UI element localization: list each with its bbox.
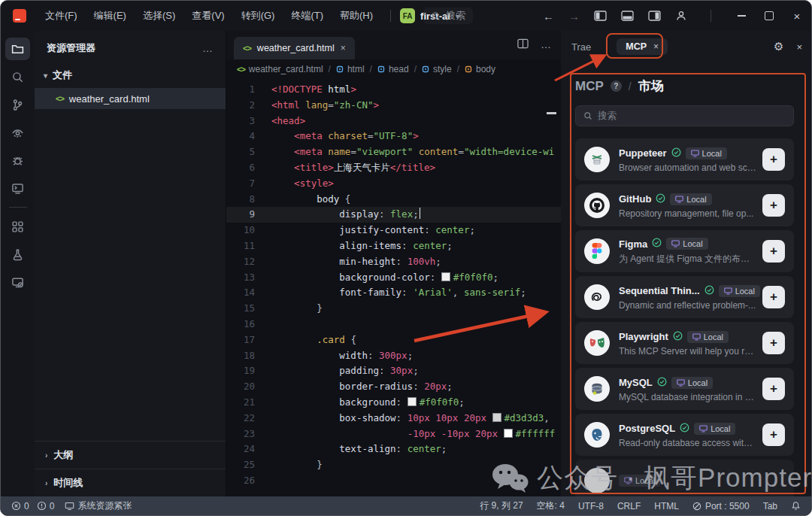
close-tab-icon[interactable]: × — [341, 43, 346, 53]
code-line-5[interactable]: 5 <meta name="viewport" content="width=d… — [226, 144, 561, 160]
code-line-26[interactable]: 26 — [226, 473, 561, 489]
code-editor[interactable]: 1<!DOCTYPE html>2<html lang="zh-CN">3<he… — [226, 82, 561, 496]
source-control-icon[interactable] — [5, 93, 30, 116]
menu-item-5[interactable]: 终端(T) — [283, 6, 332, 26]
menu-item-1[interactable]: 编辑(E) — [86, 6, 135, 26]
status-segment-2[interactable]: UTF-8 — [578, 501, 604, 511]
code-line-16[interactable]: 16 — [226, 317, 561, 332]
code-line-24[interactable]: 24 text-align: center; — [226, 442, 561, 457]
line-text: width: 300px; — [271, 348, 413, 364]
terminal-icon[interactable] — [5, 177, 30, 199]
mcp-item-info: MySQLLocalMySQL database integration in … — [619, 376, 756, 402]
explorer-icon[interactable] — [5, 38, 30, 60]
code-line-21[interactable]: 21 background: #f0f0f0; — [226, 395, 561, 411]
add-mcp-server-button[interactable]: + — [762, 286, 785, 308]
code-line-3[interactable]: 3<head> — [226, 114, 561, 129]
status-segment-4[interactable]: HTML — [654, 501, 679, 511]
warning-count: 0 — [50, 501, 55, 511]
code-line-4[interactable]: 4 <meta charset="UTF-8"> — [226, 129, 561, 144]
add-mcp-server-button[interactable]: + — [762, 378, 785, 400]
files-section-header[interactable]: ▾ 文件 — [35, 62, 226, 88]
global-search-input[interactable]: 搜索 — [423, 8, 473, 24]
code-line-19[interactable]: 19 padding: 30px; — [226, 363, 561, 379]
line-number: 24 — [226, 442, 271, 457]
code-line-18[interactable]: 18 width: 300px; — [226, 348, 561, 364]
close-window-button[interactable]: × — [790, 9, 804, 23]
code-line-9[interactable]: 9 display: flex; — [226, 207, 561, 223]
menu-item-4[interactable]: 转到(G) — [233, 6, 283, 26]
toggle-bottom-panel-icon[interactable] — [621, 11, 634, 21]
breadcrumb-item-body[interactable]: body — [465, 64, 495, 74]
status-segment-0[interactable]: 行 9, 列 27 — [480, 499, 523, 512]
test-flask-icon[interactable] — [5, 243, 30, 266]
add-mcp-server-button[interactable]: + — [762, 423, 785, 446]
maximize-button[interactable] — [762, 9, 776, 23]
tab-trae[interactable]: Trae — [571, 41, 591, 53]
extensions-icon[interactable] — [5, 215, 30, 238]
code-line-10[interactable]: 10 justify-content: center; — [226, 223, 561, 238]
minimize-button[interactable] — [735, 9, 748, 23]
code-line-23[interactable]: 23 -10px -10px 20px #ffffff — [226, 426, 561, 442]
mcp-search-input[interactable]: 搜索 — [575, 105, 794, 126]
code-line-25[interactable]: 25 } — [226, 457, 561, 473]
status-segment-3[interactable]: CRLF — [617, 501, 641, 511]
problems-indicator[interactable]: 0 0 — [11, 501, 54, 511]
code-line-12[interactable]: 12 min-height: 100vh; — [226, 254, 561, 270]
back-button[interactable]: ← — [543, 11, 554, 22]
remote-devices-icon[interactable] — [5, 271, 30, 293]
menu-item-2[interactable]: 选择(S) — [135, 6, 183, 26]
help-icon[interactable]: ? — [611, 80, 622, 92]
breadcrumb-item-head[interactable]: head — [377, 64, 409, 74]
add-mcp-server-button[interactable]: + — [762, 148, 785, 171]
search-icon[interactable] — [5, 65, 30, 88]
mcp-item-title-row: PostgreSQLLocal — [619, 422, 756, 436]
code-line-20[interactable]: 20 border-radius: 20px; — [226, 379, 561, 395]
outline-section-header[interactable]: › 大纲 — [35, 441, 226, 469]
code-line-7[interactable]: 7 <style> — [226, 176, 561, 192]
split-editor-icon[interactable] — [517, 38, 529, 49]
code-line-14[interactable]: 14 font-family: 'Arial', sans-serif; — [226, 285, 561, 301]
status-segment-5[interactable]: Port : 5500 — [692, 501, 750, 511]
timeline-section-header[interactable]: › 时间线 — [35, 469, 226, 496]
menu-item-3[interactable]: 查看(V) — [183, 6, 232, 26]
toggle-right-panel-icon[interactable] — [648, 11, 661, 21]
more-actions-icon[interactable]: … — [541, 38, 552, 50]
breadcrumb-item-html[interactable]: html — [336, 64, 365, 74]
forward-button[interactable]: → — [568, 11, 580, 22]
code-line-6[interactable]: 6 <title>上海天气卡片</title> — [226, 160, 561, 176]
breadcrumb-item-style[interactable]: style — [422, 64, 452, 74]
code-line-8[interactable]: 8 body { — [226, 192, 561, 208]
status-bar: 0 0 系统资源紧张 行 9, 列 27空格: 4UTF-8CRLFHTMLPo… — [1, 496, 811, 515]
code-line-13[interactable]: 13 background-color: #f0f0f0; — [226, 270, 561, 286]
gear-icon[interactable]: ⚙ — [774, 40, 783, 53]
add-mcp-server-button[interactable]: + — [762, 240, 785, 263]
status-segment-1[interactable]: 空格: 4 — [537, 499, 565, 512]
code-line-22[interactable]: 22 box-shadow: 10px 10px 20px #d3d3d3, — [226, 411, 561, 426]
breadcrumb-file[interactable]: <>weather_card.html — [237, 64, 323, 74]
menu-item-6[interactable]: 帮助(H) — [332, 6, 381, 26]
debug-bug-icon[interactable] — [5, 149, 30, 171]
file-item-weather-card[interactable]: <> weather_card.html — [35, 88, 226, 109]
system-resource-status[interactable]: 系统资源紧张 — [65, 499, 132, 512]
code-line-2[interactable]: 2<html lang="zh-CN"> — [226, 98, 561, 114]
code-line-17[interactable]: 17 .card { — [226, 332, 561, 348]
add-mcp-server-button[interactable]: + — [762, 194, 785, 217]
code-line-15[interactable]: 15 } — [226, 301, 561, 317]
tab-mcp[interactable]: MCP × — [617, 38, 668, 55]
close-panel-icon[interactable]: × — [796, 41, 802, 53]
close-tab-icon[interactable]: × — [653, 41, 659, 52]
preview-eye-icon[interactable] — [5, 121, 30, 144]
menu-item-0[interactable]: 文件(F) — [37, 6, 86, 26]
status-segment-6[interactable]: Tab — [763, 501, 777, 511]
verified-check-icon — [673, 331, 683, 341]
account-icon[interactable] — [675, 10, 687, 22]
toggle-left-panel-icon[interactable] — [594, 11, 607, 21]
more-actions-icon[interactable]: … — [202, 42, 214, 54]
code-line-11[interactable]: 11 align-items: center; — [226, 238, 561, 254]
add-mcp-server-button[interactable]: + — [762, 332, 785, 354]
notifications-bell-icon[interactable] — [791, 501, 801, 511]
code-line-1[interactable]: 1<!DOCTYPE html> — [226, 82, 561, 98]
editor-tab-weather-card[interactable]: <> weather_card.html × — [234, 37, 355, 59]
app-window: 文件(F)编辑(E)选择(S)查看(V)转到(G)终端(T)帮助(H) FA f… — [0, 0, 812, 516]
app-logo-icon[interactable] — [13, 9, 26, 23]
